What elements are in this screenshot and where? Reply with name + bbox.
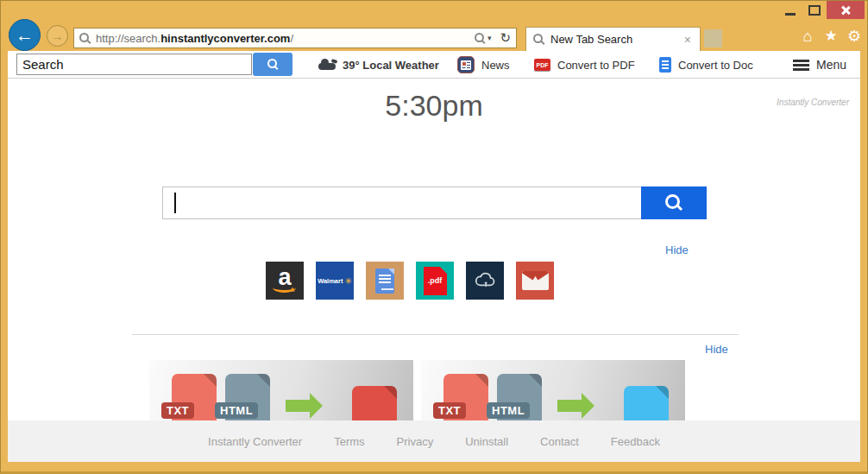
txt-label: TXT [161,402,194,419]
maximize-button[interactable] [803,2,826,19]
maximize-icon [808,5,821,16]
refresh-icon[interactable]: ↻ [500,30,511,46]
shortcut-amazon[interactable]: a [266,262,304,300]
html-file-icon: HTML [497,374,542,424]
home-icon[interactable]: ⌂ [797,27,818,46]
promo-banner-txt-to-doc[interactable]: TXT HTML [421,360,685,424]
favorites-icon[interactable]: ★ [821,27,841,46]
close-button[interactable] [827,1,865,19]
url-domain: hinstantlyconverter.com [160,32,290,45]
toolbar-search-input[interactable] [16,54,252,75]
clock-display: 5:30pm [8,89,860,123]
html-label: HTML [215,402,258,419]
txt-file-icon: TXT [443,374,488,424]
tab-close-icon[interactable]: × [682,33,693,47]
close-icon [840,5,851,16]
html-file-icon: HTML [225,374,270,424]
site-toolbar: 39° Local Weather News PDF Convert to PD… [8,51,860,79]
promo-banner-txt-to-pdf[interactable]: TXT HTML [149,360,413,424]
toolbar-item-convert-to-pdf[interactable]: PDF Convert to PDF [534,51,635,79]
hamburger-icon [793,60,809,71]
toolbar-item-convert-to-doc[interactable]: Convert to Doc [659,51,753,79]
amazon-smile-icon [273,282,296,293]
tab-title: New Tab Search [550,33,682,46]
pdf-icon: PDF [534,59,550,71]
hide-banners-link[interactable]: Hide [705,343,728,356]
menu-button[interactable]: Menu [793,51,846,79]
green-arrow-icon [557,400,582,412]
green-arrow-icon [286,400,310,412]
shortcut-cloud-converter[interactable] [466,262,504,300]
forward-button[interactable]: → [47,25,68,47]
url-suffix: / [290,32,293,45]
page-content: 39° Local Weather News PDF Convert to PD… [8,51,860,462]
envelope-icon [522,271,549,290]
weather-cloud-icon [318,63,336,70]
footer: Instantly Converter Terms Privacy Uninst… [8,420,860,462]
toolbar-search-button[interactable] [253,53,292,76]
browser-tab[interactable]: New Tab Search × [525,27,701,51]
news-label: News [481,59,510,72]
footer-link-privacy[interactable]: Privacy [397,435,434,448]
footer-link-contact[interactable]: Contact [540,435,579,448]
output-file-icon [352,386,397,424]
main-search-button[interactable] [641,186,707,219]
browser-window: ← → http://search.hinstantlyconverter.co… [0,0,868,474]
minimize-button[interactable] [779,2,802,19]
document-icon [375,269,394,294]
shortcut-walmart[interactable]: Walmart ✳ [316,262,354,300]
menu-label: Menu [816,58,846,72]
search-dropdown-icon[interactable] [475,33,486,44]
back-icon: ← [16,25,34,46]
output-file-icon [624,386,669,424]
tab-search-icon [533,34,544,45]
cloud-filter-icon [473,269,497,293]
text-cursor [174,193,176,213]
address-bar[interactable]: http://search.hinstantlyconverter.com/ ▾… [73,28,517,48]
toolbar-item-weather[interactable]: 39° Local Weather [318,51,439,79]
back-button[interactable]: ← [9,19,41,51]
convert-to-doc-label: Convert to Doc [678,59,753,72]
walmart-logo: Walmart [318,277,343,285]
banner-row: TXT HTML TXT HTML [149,360,685,424]
search-icon [665,194,682,212]
txt-label: TXT [433,402,466,419]
chevron-down-icon[interactable]: ▾ [487,34,492,42]
new-tab-button[interactable] [704,29,722,47]
pdf-file-icon: .pdf [424,267,447,295]
walmart-spark-icon: ✳ [344,276,351,286]
weather-label: 39° Local Weather [343,59,439,72]
footer-link-uninstall[interactable]: Uninstall [465,435,508,448]
url-text: http://search.hinstantlyconverter.com/ [96,32,475,45]
search-icon [79,33,91,44]
hide-shortcuts-link[interactable]: Hide [665,243,689,256]
news-icon [457,56,475,73]
txt-file-icon: TXT [172,374,217,424]
footer-link-feedback[interactable]: Feedback [611,435,660,448]
main-search-input[interactable] [162,186,641,219]
html-label: HTML [487,402,530,419]
footer-link-terms[interactable]: Terms [334,435,364,448]
search-icon [267,59,279,70]
shortcut-row: a Walmart ✳ .pdf [266,262,554,300]
doc-icon [659,57,671,73]
newspaper-icon [461,60,471,70]
url-prefix: http://search. [96,32,160,45]
main-search-form [162,186,707,219]
section-divider [132,334,739,335]
footer-link-instantly-converter[interactable]: Instantly Converter [208,435,302,448]
toolbar-item-news[interactable]: News [457,51,510,79]
minimize-icon [785,13,796,16]
shortcut-pdf-converter[interactable]: .pdf [416,262,454,300]
forward-icon: → [52,29,64,43]
shortcut-gmail[interactable] [516,262,554,300]
shortcut-doc-converter[interactable] [366,262,404,300]
pdf-label: .pdf [428,276,443,285]
settings-icon[interactable]: ⚙ [844,27,865,46]
convert-to-pdf-label: Convert to PDF [557,59,635,72]
